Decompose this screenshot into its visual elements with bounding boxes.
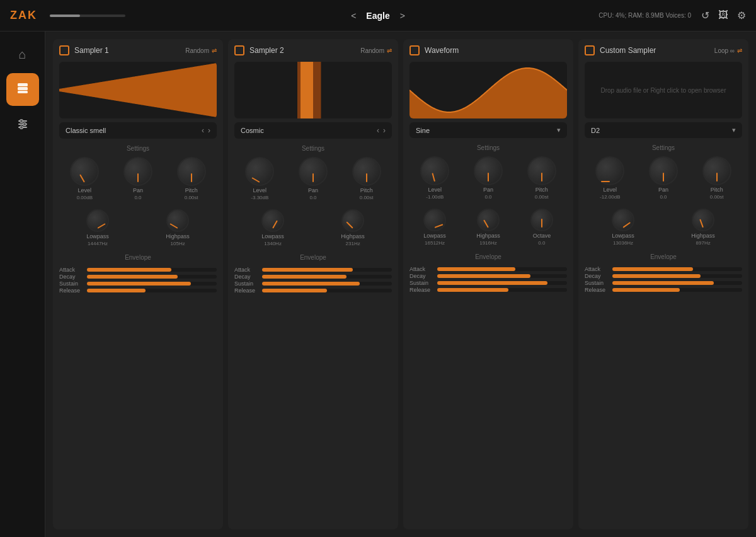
env-track[interactable] — [87, 289, 217, 292]
preset-selector-sampler2[interactable]: Cosmic ‹ › — [234, 122, 392, 139]
panel-toggle-icon[interactable] — [585, 45, 595, 55]
sidebar-item-mixer[interactable] — [6, 108, 39, 141]
env-track[interactable] — [612, 281, 742, 285]
panel-sampler2: Sampler 2 Random ⇌ Cosmic ‹ › Settings L… — [228, 39, 398, 529]
knob-control[interactable] — [595, 156, 624, 185]
preset-selector-sampler1[interactable]: Classic smell ‹ › — [59, 122, 217, 139]
env-track[interactable] — [612, 267, 742, 271]
knob-label: Pitch — [360, 187, 373, 193]
env-label: Attack — [59, 267, 83, 273]
envelope-section: Attack Decay Sustain Release — [585, 265, 742, 294]
progress-fill — [50, 14, 80, 17]
env-track[interactable] — [262, 268, 392, 272]
knob-control[interactable] — [530, 209, 553, 231]
envelope-section: Attack Decay Sustain Release — [59, 266, 217, 294]
panel-toggle-icon[interactable] — [410, 45, 420, 55]
picture-icon[interactable]: 🖼 — [718, 9, 728, 21]
knobs-row-1: Level -1.00dB Pan 0.0 Pitch 0.00st — [410, 156, 567, 200]
knob-control[interactable] — [261, 209, 284, 232]
env-fill — [262, 289, 327, 292]
knobs-row-1: Level -12.00dB Pan 0.0 Pitch 0.00st — [585, 156, 742, 200]
knob-control[interactable] — [70, 157, 99, 186]
refresh-icon[interactable]: ↺ — [701, 9, 709, 21]
knob-value: 231Hz — [346, 241, 360, 246]
envelope-row-decay: Decay — [410, 273, 567, 279]
env-fill — [612, 281, 714, 285]
knob-control[interactable] — [352, 157, 381, 186]
knob-value: 0.0 — [660, 194, 667, 200]
settings-label: Settings — [234, 145, 392, 152]
knob-control[interactable] — [477, 209, 500, 231]
preset-next-button[interactable]: › — [208, 126, 210, 135]
next-song-button[interactable]: > — [400, 11, 405, 21]
env-track[interactable] — [87, 275, 217, 279]
progress-bar[interactable] — [50, 14, 125, 17]
env-track[interactable] — [437, 274, 567, 278]
env-track[interactable] — [87, 282, 217, 286]
knob-sampler1-pan: Pan 0.0 — [123, 157, 152, 200]
preset-name-sampler1: Classic smell — [66, 127, 106, 134]
env-track[interactable] — [262, 289, 392, 292]
knob-control[interactable] — [474, 156, 503, 185]
knob-control[interactable] — [612, 209, 634, 231]
env-track[interactable] — [87, 268, 217, 272]
env-track[interactable] — [612, 274, 742, 278]
knob-control[interactable] — [166, 209, 189, 232]
preset-name-sampler2: Cosmic — [241, 127, 264, 134]
waveform-display-sampler2[interactable] — [234, 62, 392, 118]
env-fill — [437, 274, 530, 278]
preset-prev-button[interactable]: ‹ — [202, 126, 204, 135]
preset-selector-custom_sampler[interactable]: D2 ▾ — [585, 122, 742, 138]
env-track[interactable] — [437, 267, 567, 271]
knob-control[interactable] — [527, 156, 556, 185]
knob-label: Pan — [308, 187, 318, 193]
knob-control[interactable] — [341, 209, 364, 232]
envelope-label: Envelope — [585, 253, 742, 260]
env-track[interactable] — [262, 275, 392, 279]
waveform-display-custom_sampler[interactable]: Drop audio file or Right click to open b… — [585, 62, 742, 118]
knob-value: 105Hz — [171, 241, 185, 246]
knob-label: Highpass — [691, 233, 715, 239]
knob-sampler2-level: Level -3.30dB — [245, 157, 274, 200]
preset-selector-waveform[interactable]: Sine ▾ — [410, 122, 567, 138]
env-track[interactable] — [437, 281, 567, 285]
knob-control[interactable] — [423, 209, 446, 231]
env-track[interactable] — [262, 282, 392, 286]
knob-control[interactable] — [86, 209, 109, 232]
knob-control[interactable] — [245, 157, 274, 186]
envelope-row-release: Release — [410, 287, 567, 293]
env-track[interactable] — [437, 288, 567, 292]
panel-header: Sampler 1 Random ⇌ — [59, 45, 217, 55]
settings-icon[interactable]: ⚙ — [737, 9, 746, 21]
knob-value: 0.0 — [134, 195, 141, 200]
knob-control[interactable] — [692, 209, 714, 231]
knob-control[interactable] — [299, 157, 328, 186]
prev-song-button[interactable]: < — [351, 11, 356, 21]
env-track[interactable] — [612, 288, 742, 292]
knob-sampler1-pitch: Pitch 0.00st — [177, 157, 206, 200]
knob2-waveform-octave: Octave 0.0 — [530, 209, 553, 246]
sidebar-item-home[interactable]: ⌂ — [6, 38, 39, 71]
knob-value: 13036Hz — [613, 240, 633, 246]
preset-prev-button[interactable]: ‹ — [377, 126, 379, 135]
knob-control[interactable] — [177, 157, 206, 186]
dropdown-arrow-icon[interactable]: ▾ — [557, 126, 561, 134]
knob-label: Lowpass — [612, 233, 634, 239]
knob-label: Highpass — [341, 233, 365, 240]
panel-toggle-icon[interactable] — [59, 45, 69, 55]
knob-control[interactable] — [123, 157, 152, 186]
layers-icon — [16, 81, 30, 98]
sidebar-item-layers[interactable] — [6, 73, 39, 106]
knob-control[interactable] — [702, 156, 731, 185]
knob-control[interactable] — [649, 156, 678, 185]
env-label: Sustain — [59, 280, 83, 287]
knob-control[interactable] — [420, 156, 449, 185]
svg-point-6 — [20, 119, 23, 122]
waveform-display-sampler1[interactable] — [59, 62, 217, 118]
waveform-display-waveform[interactable] — [410, 62, 567, 118]
env-label: Release — [410, 287, 433, 293]
dropdown-arrow-icon[interactable]: ▾ — [732, 126, 736, 134]
preset-next-button[interactable]: › — [383, 126, 386, 135]
panel-toggle-icon[interactable] — [234, 45, 244, 55]
env-fill — [612, 274, 701, 278]
